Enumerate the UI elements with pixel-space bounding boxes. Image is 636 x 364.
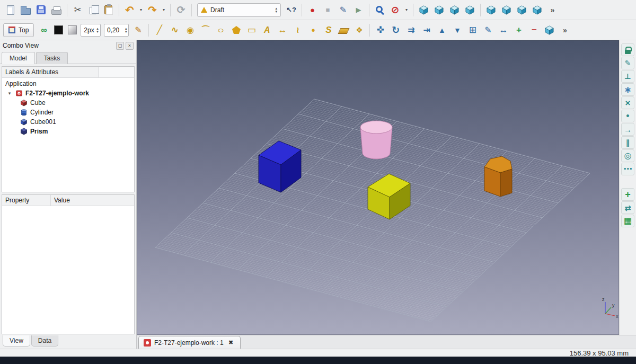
snap-lock[interactable] xyxy=(621,43,634,56)
draft-ellipse[interactable]: ○ xyxy=(214,23,228,37)
whats-this[interactable]: ↖? xyxy=(284,3,298,17)
fit-all[interactable] xyxy=(373,3,387,17)
draft-stretch[interactable]: ↔ xyxy=(496,23,510,37)
draft-trimex[interactable]: ⇥ xyxy=(419,23,434,37)
document-tab[interactable]: F2-T27-ejemplo-work : 1 ✖ xyxy=(138,336,241,349)
paste[interactable] xyxy=(101,3,116,17)
line-color-swatch[interactable] xyxy=(52,24,65,37)
draft-circle[interactable]: ◉ xyxy=(183,23,197,37)
draft-remove-point[interactable]: − xyxy=(527,23,541,37)
snap-endpoint[interactable]: ✎ xyxy=(621,57,634,69)
open-document[interactable] xyxy=(19,3,33,17)
cut[interactable]: ✂ xyxy=(70,3,85,17)
tree-item-prism[interactable]: Prism xyxy=(2,127,134,136)
tree-item-application[interactable]: Application xyxy=(2,79,134,88)
spinner-arrows-icon[interactable]: ▴▾ xyxy=(96,27,99,33)
view-bottom[interactable] xyxy=(499,3,514,17)
close-panel-button[interactable]: × xyxy=(126,42,134,50)
snap-parallel[interactable]: ∥ xyxy=(621,136,634,149)
float-panel-button[interactable]: ◻ xyxy=(116,42,124,50)
view-front[interactable] xyxy=(432,3,446,17)
tree-item-cube001[interactable]: Cube001 xyxy=(2,117,134,127)
line-width-spinner[interactable]: 2px ▴▾ xyxy=(81,24,101,37)
pink-cylinder-object[interactable] xyxy=(360,121,392,159)
draft-offset[interactable]: ⇉ xyxy=(404,23,418,37)
view-isometric[interactable] xyxy=(417,3,431,17)
snap-extension[interactable]: → xyxy=(621,123,634,136)
3d-viewport[interactable]: zyx xyxy=(137,40,619,335)
draft-dimension[interactable]: ↔ xyxy=(275,23,289,37)
draft-point[interactable]: • xyxy=(306,23,320,37)
combo-spinner-icon[interactable]: ▴▾ xyxy=(275,7,277,13)
redo-dropdown[interactable]: ▾ xyxy=(161,3,167,17)
draft-rectangle[interactable]: ▭ xyxy=(244,23,259,37)
snap-angle[interactable]: ∗ xyxy=(621,83,634,96)
print-document[interactable] xyxy=(49,3,64,17)
snap-intersection[interactable]: × xyxy=(621,96,634,109)
draft-bspline[interactable]: ≀ xyxy=(290,23,305,37)
view-top[interactable] xyxy=(447,3,462,17)
undo-dropdown[interactable]: ▾ xyxy=(138,3,144,17)
draft-rotate[interactable]: ↻ xyxy=(388,23,403,37)
view-rear[interactable] xyxy=(484,3,498,17)
snap-perpendicular[interactable]: ⊥ xyxy=(621,70,634,83)
draft-facebinder[interactable] xyxy=(337,23,351,37)
draft-add-point[interactable]: + xyxy=(511,23,526,37)
draft-upgrade[interactable]: ▲ xyxy=(435,23,449,37)
draft-downgrade[interactable]: ▼ xyxy=(450,23,464,37)
toggle-grid[interactable]: + xyxy=(621,188,634,201)
draft-edit[interactable]: ✎ xyxy=(481,23,495,37)
draft-shape2dview[interactable] xyxy=(542,23,556,37)
view-axonometric[interactable] xyxy=(530,3,544,17)
undo[interactable]: ↶ xyxy=(122,3,137,17)
draw-style-dropdown[interactable]: ▾ xyxy=(403,3,410,17)
draft-shapestring[interactable]: S xyxy=(321,23,335,37)
blue-cube-object[interactable] xyxy=(259,141,301,192)
working-plane-select[interactable]: ▦ xyxy=(621,215,634,227)
view-left[interactable] xyxy=(515,3,529,17)
tree-item-cylinder[interactable]: Cylinder xyxy=(2,108,134,117)
save-document[interactable] xyxy=(34,3,48,17)
snap-midpoint[interactable]: • xyxy=(621,110,634,122)
draft-scale[interactable]: ⊞ xyxy=(465,23,480,37)
snap-center[interactable]: ◎ xyxy=(621,149,634,162)
macro-edit[interactable]: ✎ xyxy=(336,3,350,17)
value-column-header[interactable]: Value xyxy=(51,195,134,206)
working-plane-top-button[interactable]: Top xyxy=(3,23,34,37)
tree-item-f2-t27-ejemplo-work[interactable]: ▾F2-T27-ejemplo-work xyxy=(2,88,134,98)
tree-column-header[interactable]: Labels & Attributes xyxy=(2,67,99,77)
apply-current-style[interactable]: ✎ xyxy=(131,23,145,37)
toolbar-extension[interactable]: » xyxy=(545,3,560,17)
macro-play[interactable]: ▶ xyxy=(351,3,366,17)
macro-stop[interactable]: ■ xyxy=(321,3,335,17)
snap-special[interactable]: ⋯ xyxy=(621,163,634,175)
orange-prism-object[interactable] xyxy=(484,156,512,197)
tab-view[interactable]: View xyxy=(3,335,30,347)
yellow-cube-object[interactable] xyxy=(368,174,410,219)
working-plane-view[interactable]: ⇄ xyxy=(621,201,634,214)
text-scale-spinner[interactable]: 0,20 ▴▾ xyxy=(104,24,129,37)
expander-icon[interactable]: ▾ xyxy=(6,91,13,96)
tab-tasks[interactable]: Tasks xyxy=(36,52,68,64)
tab-data[interactable]: Data xyxy=(31,335,58,347)
refresh[interactable]: ⟳ xyxy=(174,3,188,17)
view-right[interactable] xyxy=(463,3,477,17)
draft-move[interactable]: ✜ xyxy=(373,23,387,37)
tree-item-cube[interactable]: Cube xyxy=(2,98,134,108)
draft-polygon[interactable] xyxy=(229,23,243,37)
tab-model[interactable]: Model xyxy=(2,52,35,64)
macro-record[interactable]: ● xyxy=(305,3,320,17)
draft-text[interactable]: A xyxy=(260,23,274,37)
draft-polyline[interactable]: ∿ xyxy=(167,23,182,37)
close-tab-button[interactable]: ✖ xyxy=(227,339,235,347)
draw-style[interactable]: ⊘ xyxy=(388,3,402,17)
copy[interactable] xyxy=(86,3,100,17)
workbench-selector[interactable]: Draft ▴▾ xyxy=(197,3,281,17)
draft-clone[interactable]: ❖ xyxy=(352,23,366,37)
redo[interactable]: ↷ xyxy=(145,3,160,17)
face-color-swatch[interactable] xyxy=(66,24,78,37)
toolbar-extension-2[interactable]: » xyxy=(558,23,572,37)
property-column-header[interactable]: Property xyxy=(2,195,51,206)
new-document[interactable] xyxy=(3,3,17,17)
draft-arc[interactable]: ⌒ xyxy=(198,23,213,37)
